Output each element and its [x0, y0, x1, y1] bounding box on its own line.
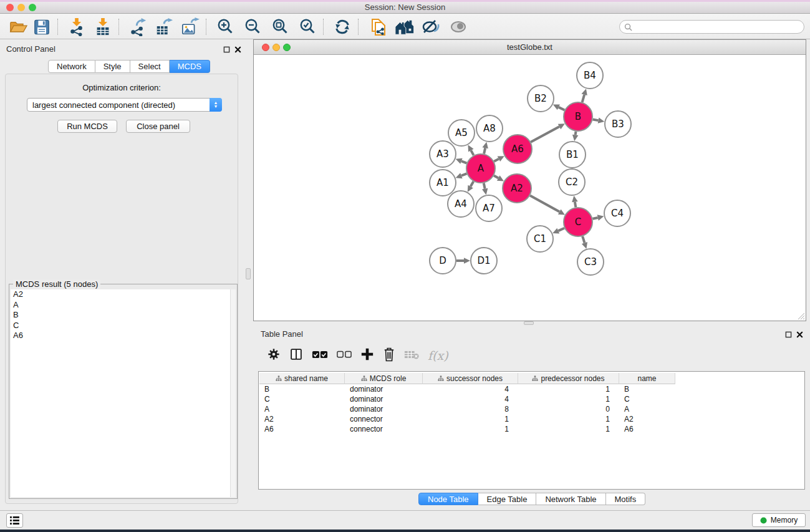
graph-edge[interactable] — [484, 183, 485, 189]
table-cell[interactable]: B — [619, 384, 675, 394]
graph-edge[interactable] — [582, 236, 584, 243]
refresh-view-button[interactable] — [332, 17, 353, 36]
zoom-out-button[interactable] — [242, 17, 263, 36]
graph-edge[interactable] — [530, 196, 559, 212]
zoom-in-button[interactable] — [215, 17, 236, 36]
table-cell[interactable]: 4 — [423, 394, 518, 404]
network-canvas[interactable]: B4B2BB3A5A8A6B1A3AC2A1A2A4A7C4CC1DD1C3 — [254, 55, 806, 321]
graph-edge[interactable] — [592, 218, 597, 219]
open-session-button[interactable] — [7, 17, 29, 36]
delete-table-button[interactable] — [404, 349, 419, 362]
import-table-button[interactable] — [92, 17, 113, 36]
search-input[interactable] — [632, 22, 788, 31]
home-network-button[interactable] — [394, 17, 415, 36]
table-cell[interactable]: 1 — [518, 414, 619, 424]
table-cell[interactable]: A — [259, 404, 345, 414]
graph-edge[interactable] — [558, 228, 564, 231]
column-header-predecessor-nodes[interactable]: predecessor nodes — [518, 373, 619, 384]
memory-button[interactable]: Memory — [752, 513, 806, 527]
table-cell[interactable]: A — [619, 404, 675, 414]
table-cell[interactable]: connector — [345, 414, 423, 424]
table-cell[interactable]: 1 — [518, 394, 619, 404]
tab-select[interactable]: Select — [130, 60, 170, 73]
run-mcds-button[interactable]: Run MCDS — [57, 120, 117, 133]
graph-edge[interactable] — [582, 95, 585, 102]
divider-grip[interactable] — [246, 268, 251, 279]
graph-edge[interactable] — [593, 119, 599, 120]
table-cell[interactable]: 1 — [423, 414, 518, 424]
tab-motifs[interactable]: Motifs — [606, 493, 646, 505]
graph-edge[interactable] — [575, 202, 576, 208]
table-row[interactable]: Adominator80A — [259, 404, 804, 414]
table-cell[interactable]: dominator — [345, 404, 423, 414]
table-settings-button[interactable] — [267, 347, 281, 364]
search-field[interactable] — [619, 20, 804, 34]
table-cell[interactable]: C — [619, 394, 675, 404]
table-row[interactable]: Cdominator41C — [259, 394, 804, 404]
mcds-result-list[interactable]: A2ABCA6 — [11, 289, 231, 497]
graph-edge[interactable] — [494, 159, 499, 162]
save-session-button[interactable] — [31, 17, 52, 36]
window-resize-grip[interactable] — [796, 311, 805, 320]
horizontal-divider-grip[interactable] — [524, 321, 534, 325]
network-file-button[interactable] — [368, 17, 389, 36]
graph-edge[interactable] — [559, 107, 565, 110]
table-cell[interactable]: A6 — [619, 424, 675, 434]
column-header-mcds-role[interactable]: MCDS role — [345, 373, 423, 384]
table-cell[interactable]: dominator — [345, 384, 423, 394]
table-row[interactable]: A2connector11A2 — [259, 414, 804, 424]
add-column-button[interactable] — [360, 347, 374, 364]
result-list-item[interactable]: A6 — [11, 331, 231, 341]
hide-details-button[interactable] — [420, 17, 441, 36]
table-cell[interactable]: A2 — [619, 414, 675, 424]
tab-node-table[interactable]: Node Table — [418, 493, 478, 505]
result-list-scrollbar[interactable] — [230, 289, 236, 497]
table-close-panel-button[interactable] — [796, 329, 803, 341]
split-columns-button[interactable] — [289, 347, 303, 364]
result-list-item[interactable]: A2 — [11, 289, 231, 300]
table-row[interactable]: Bdominator41B — [259, 384, 804, 394]
table-float-panel-button[interactable] — [785, 329, 792, 341]
table-cell[interactable]: 1 — [423, 424, 518, 434]
table-cell[interactable]: A2 — [259, 414, 345, 424]
column-header-successor-nodes[interactable]: successor nodes — [423, 373, 518, 384]
graph-edge[interactable] — [471, 150, 473, 155]
tab-edge-table[interactable]: Edge Table — [478, 493, 537, 505]
graph-edge[interactable] — [531, 127, 559, 142]
table-cell[interactable]: B — [259, 384, 345, 394]
table-row[interactable]: A6connector11A6 — [259, 424, 804, 434]
tab-network[interactable]: Network — [48, 60, 95, 73]
deselect-all-button[interactable] — [337, 350, 352, 361]
result-list-item[interactable]: A — [11, 300, 231, 311]
table-cell[interactable]: dominator — [345, 394, 423, 404]
node-table[interactable]: shared name MCDS role successor nodes pr… — [258, 371, 805, 490]
table-cell[interactable]: 0 — [518, 404, 619, 414]
export-network-button[interactable] — [127, 17, 148, 36]
export-table-button[interactable] — [153, 17, 175, 36]
import-network-button[interactable] — [66, 17, 87, 36]
tab-style[interactable]: Style — [95, 60, 130, 73]
graph-edge[interactable] — [484, 148, 485, 153]
delete-button[interactable] — [383, 347, 395, 364]
table-cell[interactable]: 4 — [423, 384, 518, 394]
result-list-item[interactable]: C — [11, 321, 231, 331]
column-header-shared-name[interactable]: shared name — [259, 373, 345, 384]
table-cell[interactable]: A6 — [259, 424, 345, 434]
result-list-item[interactable]: B — [11, 310, 231, 321]
column-header-name[interactable]: name — [619, 373, 675, 384]
tab-mcds[interactable]: MCDS — [170, 60, 210, 73]
table-cell[interactable]: 1 — [518, 424, 619, 434]
close-panel-button[interactable] — [234, 44, 241, 56]
function-builder-button[interactable]: f(x) — [428, 349, 448, 362]
select-all-button[interactable] — [312, 350, 328, 362]
close-panel-action-button[interactable]: Close panel — [126, 120, 190, 133]
show-graphics-button[interactable] — [448, 17, 469, 36]
graph-edge[interactable] — [471, 181, 474, 186]
optimization-criterion-select[interactable]: largest connected component (directed) ▲… — [27, 98, 222, 112]
show-panels-button[interactable] — [6, 513, 23, 528]
table-cell[interactable]: connector — [345, 424, 423, 434]
tab-network-table[interactable]: Network Table — [536, 493, 605, 505]
table-cell[interactable]: 8 — [423, 404, 518, 414]
export-image-button[interactable] — [180, 17, 201, 36]
graph-edge[interactable] — [494, 176, 498, 178]
